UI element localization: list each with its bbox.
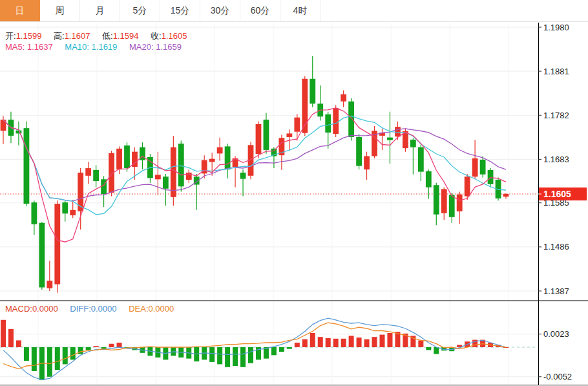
macd-bar <box>349 336 354 347</box>
candle <box>317 85 323 120</box>
candle <box>333 105 339 137</box>
candle <box>434 183 439 225</box>
macd-bar <box>225 347 230 367</box>
candle <box>256 122 262 158</box>
macd-bar <box>364 339 370 347</box>
price-axis-label: 1.1683 <box>543 155 569 164</box>
ma5-label: MA5: <box>5 42 25 52</box>
macd-bar <box>1 320 6 347</box>
ma10-label: MA10: <box>65 42 89 52</box>
diff-label: DIFF: <box>70 304 91 314</box>
macd-bar <box>233 347 238 366</box>
current-price-badge-label: 1.1605 <box>543 189 571 199</box>
macd-bar <box>434 347 439 354</box>
macd-bar <box>47 347 52 377</box>
macd-axis: 0.0023-0.0052 <box>538 329 572 381</box>
tab-30min[interactable]: 30分 <box>200 0 240 21</box>
high-value: 1.1607 <box>65 31 90 41</box>
macd-bar <box>217 347 222 364</box>
macd-histogram <box>1 320 509 380</box>
macd-bar <box>387 333 392 347</box>
close-label: 收: <box>151 31 162 41</box>
close-value: 1.1605 <box>162 31 187 41</box>
macd-bar <box>16 340 21 347</box>
high-label: 高: <box>54 31 65 41</box>
candle <box>379 129 385 150</box>
macd-bar <box>117 343 122 347</box>
candle <box>264 113 269 154</box>
macd-bar <box>248 347 253 363</box>
candle <box>85 162 91 184</box>
macd-bar <box>326 338 331 347</box>
candle <box>387 112 393 164</box>
candle <box>186 169 192 183</box>
candle <box>54 200 60 292</box>
price-axis-label: 1.1980 <box>543 23 569 32</box>
ma20-value: 1.1659 <box>156 42 182 52</box>
candle <box>1 116 6 144</box>
ma5-value: 1.1637 <box>27 42 53 52</box>
candle <box>225 144 231 178</box>
open-label: 开: <box>5 31 16 41</box>
candle <box>302 76 308 136</box>
candle <box>171 136 176 206</box>
tab-day[interactable]: 日 <box>0 0 40 21</box>
ma20-label: MA20: <box>129 42 154 52</box>
candle <box>240 169 246 196</box>
candle <box>472 140 478 180</box>
macd-axis-label: -0.0052 <box>543 372 572 381</box>
macd-bar <box>318 337 323 347</box>
macd-bar <box>32 347 37 371</box>
tab-4hour[interactable]: 4时 <box>280 0 320 21</box>
interval-tabs: 日 周 月 5分 15分 30分 60分 4时 <box>0 0 588 22</box>
candle <box>31 200 37 235</box>
macd-bar <box>63 347 68 364</box>
macd-bar <box>240 347 246 367</box>
macd-bar <box>94 346 99 347</box>
macd-bar <box>341 339 346 347</box>
candle <box>426 169 432 198</box>
macd-label: MACD: <box>5 304 32 314</box>
candle <box>441 188 447 220</box>
tab-5min[interactable]: 5分 <box>120 0 160 21</box>
candle <box>410 138 416 175</box>
candle <box>503 193 509 199</box>
macd-bar <box>333 339 339 347</box>
kline-chart[interactable]: 1.19801.18811.17821.16831.15851.14861.13… <box>0 0 588 386</box>
macd-bar <box>287 347 292 349</box>
dea-label: DEA: <box>129 304 148 314</box>
macd-bar <box>302 339 308 347</box>
candle <box>372 126 377 158</box>
price-axis-label: 1.1881 <box>543 67 569 76</box>
price-axis-label: 1.1387 <box>543 286 569 296</box>
candle <box>325 112 331 149</box>
candle <box>364 152 370 180</box>
macd-bar <box>295 343 300 347</box>
candle <box>341 91 346 107</box>
diff-value: 0.0000 <box>91 304 117 314</box>
ma10-value: 1.1619 <box>92 42 118 52</box>
candle <box>310 56 315 107</box>
dea-value: 0.0000 <box>149 304 174 314</box>
candle <box>47 261 52 291</box>
macd-bar <box>418 340 423 347</box>
macd-bar <box>209 347 215 362</box>
macd-bar <box>24 347 29 361</box>
candle <box>348 98 354 140</box>
candle <box>101 176 107 206</box>
tab-15min[interactable]: 15分 <box>160 0 200 21</box>
tab-month[interactable]: 月 <box>80 0 120 21</box>
tab-week[interactable]: 周 <box>40 0 80 21</box>
candle <box>418 145 424 181</box>
candle <box>294 114 300 140</box>
macd-bar <box>70 347 76 359</box>
macd-bar <box>109 344 114 347</box>
ma-legend: MA5: 1.1637 MA10: 1.1619 MA20: 1.1659 <box>5 42 182 52</box>
candles-layer <box>1 56 509 293</box>
candle <box>233 156 238 188</box>
low-label: 低: <box>102 31 113 41</box>
macd-bar <box>379 335 384 347</box>
macd-bar <box>357 338 362 347</box>
macd-bar <box>372 337 377 347</box>
tab-60min[interactable]: 60分 <box>240 0 280 21</box>
